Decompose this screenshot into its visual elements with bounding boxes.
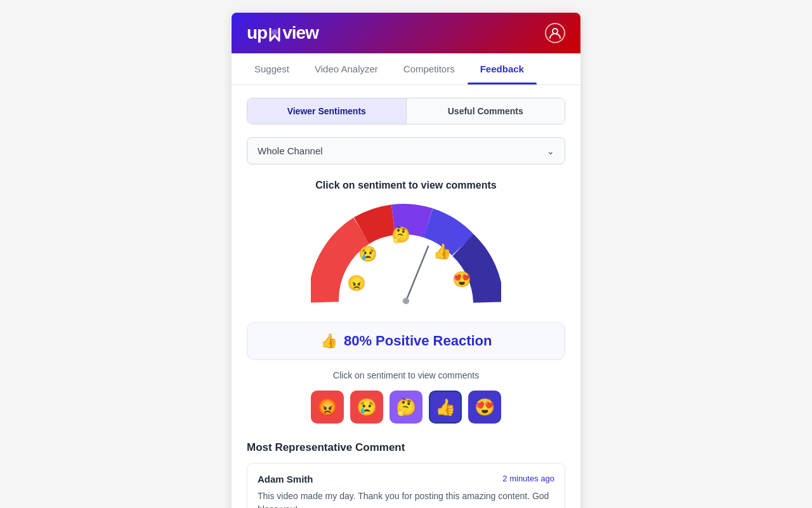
gauge-instruction-top: Click on sentiment to view comments [247,180,565,191]
positive-reaction-text: 80% Positive Reaction [344,333,492,349]
nav-item-competitors[interactable]: Competitors [391,53,468,84]
sentiment-btn-sad[interactable]: 😢 [350,391,383,424]
comment-timestamp: 2 minutes ago [502,474,554,483]
tab-useful-comments[interactable]: Useful Comments [407,98,565,124]
comment-author: Adam Smith [258,474,313,485]
main-content: Viewer Sentiments Useful Comments Whole … [232,85,580,508]
svg-point-0 [272,29,278,36]
positive-reaction-box: 👍 80% Positive Reaction [247,322,565,360]
reaction-thumbsup-emoji: 👍 [320,333,337,349]
svg-text:🤔: 🤔 [391,225,410,244]
sentiment-instruction-bottom: Click on sentiment to view comments [247,370,565,380]
svg-text:👍: 👍 [433,242,452,260]
channel-dropdown[interactable]: Whole Channel ⌄ [247,137,565,164]
nav-bar: Suggest Video Analyzer Competitors Feedb… [232,53,580,85]
content-tabs: Viewer Sentiments Useful Comments [247,98,565,124]
comment-header: Adam Smith 2 minutes ago [258,474,554,485]
nav-item-video-analyzer[interactable]: Video Analyzer [302,53,391,84]
nav-item-feedback[interactable]: Feedback [468,53,537,84]
sentiment-btn-thinking[interactable]: 🤔 [390,391,422,424]
dropdown-chevron-icon: ⌄ [547,146,554,156]
svg-text:😠: 😠 [347,274,366,292]
comment-card: Adam Smith 2 minutes ago This video made… [247,463,565,508]
user-avatar-icon[interactable] [545,23,565,43]
svg-point-4 [403,298,409,304]
sentiment-buttons-row: 😡 😢 🤔 👍 😍 [247,391,565,424]
sentiment-btn-love[interactable]: 😍 [468,391,501,424]
tab-viewer-sentiments[interactable]: Viewer Sentiments [247,98,407,124]
comment-body: This video made my day. Thank you for po… [258,490,554,508]
app-container: up view Suggest Video Analyzer Competito… [232,13,580,508]
dropdown-selected-value: Whole Channel [258,145,323,156]
svg-text:😢: 😢 [358,244,377,263]
sentiment-btn-angry[interactable]: 😡 [311,391,344,424]
sentiment-gauge: 😠 😢 🤔 👍 😍 [247,204,565,312]
header: up view [232,13,580,53]
logo: up view [247,23,318,43]
most-representative-comment-title: Most Representative Comment [247,441,565,454]
svg-text:😍: 😍 [452,270,471,288]
sentiment-btn-thumbsup[interactable]: 👍 [429,391,462,424]
svg-point-1 [553,29,558,34]
nav-item-suggest[interactable]: Suggest [242,53,302,84]
